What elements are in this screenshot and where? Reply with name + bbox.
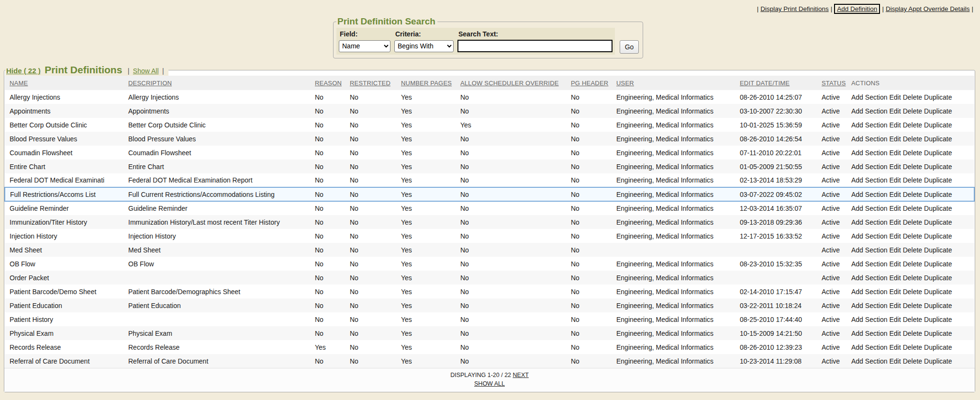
delete-action-link[interactable]: Delete [903,302,922,309]
duplicate-action-link[interactable]: Duplicate [924,121,952,129]
display-print-definitions-link[interactable]: Display Print Definitions [760,5,829,12]
add-section-action-link[interactable]: Add Section [851,163,888,171]
edit-action-link[interactable]: Edit [890,163,901,171]
delete-action-link[interactable]: Delete [903,343,922,351]
edit-action-link[interactable]: Edit [890,274,901,282]
delete-action-link[interactable]: Delete [903,218,922,226]
table-row[interactable]: Better Corp Outside ClinicBetter Corp Ou… [5,118,974,132]
add-section-action-link[interactable]: Add Section [851,330,888,337]
edit-action-link[interactable]: Edit [890,107,901,115]
table-row[interactable]: Referral of Care DocumentReferral of Car… [5,354,974,368]
table-row[interactable]: Blood Pressure ValuesBlood Pressure Valu… [5,132,974,146]
delete-action-link[interactable]: Delete [903,205,922,212]
duplicate-action-link[interactable]: Duplicate [924,135,952,143]
delete-action-link[interactable]: Delete [903,107,922,115]
add-definition-link[interactable]: Add Definition [837,5,877,12]
add-section-action-link[interactable]: Add Section [851,232,888,240]
delete-action-link[interactable]: Delete [903,316,922,323]
edit-action-link[interactable]: Edit [890,232,901,240]
delete-action-link[interactable]: Delete [903,163,922,171]
duplicate-action-link[interactable]: Duplicate [924,149,952,157]
column-header-status[interactable]: STATUS [822,80,846,87]
column-header-edit-date-time[interactable]: EDIT DATE/TIME [740,80,790,87]
field-select[interactable]: Name [339,40,390,52]
edit-action-link[interactable]: Edit [890,330,901,337]
add-section-action-link[interactable]: Add Section [851,357,888,365]
add-section-action-link[interactable]: Add Section [851,191,888,198]
delete-action-link[interactable]: Delete [903,93,922,101]
column-header-pg-header[interactable]: PG HEADER [571,80,608,87]
add-section-action-link[interactable]: Add Section [851,288,888,296]
edit-action-link[interactable]: Edit [890,93,901,101]
column-header-allow-scheduler-override[interactable]: ALLOW SCHEDULER OVERRIDE [460,80,559,87]
go-button[interactable]: Go [620,40,639,54]
duplicate-action-link[interactable]: Duplicate [924,343,952,351]
table-row[interactable]: Coumadin FlowsheetCoumadin FlowsheetNoNo… [5,146,974,160]
delete-action-link[interactable]: Delete [903,246,922,254]
delete-action-link[interactable]: Delete [903,149,922,157]
table-row[interactable]: Patient EducationPatient EducationNoNoYe… [5,298,974,312]
table-row[interactable]: Records ReleaseRecords ReleaseYesNoYesNo… [5,340,974,354]
delete-action-link[interactable]: Delete [903,288,922,296]
show-all-link[interactable]: Show All [133,67,159,75]
column-header-number-pages[interactable]: NUMBER PAGES [401,80,452,87]
table-row[interactable]: OB FlowOB FlowNoNoYesNoNoEngineering, Me… [5,257,974,271]
edit-action-link[interactable]: Edit [890,135,901,143]
add-section-action-link[interactable]: Add Section [851,107,888,115]
column-header-description[interactable]: DESCRIPTION [128,80,172,87]
delete-action-link[interactable]: Delete [903,330,922,337]
delete-action-link[interactable]: Delete [903,274,922,282]
duplicate-action-link[interactable]: Duplicate [924,316,952,323]
search-text-input[interactable] [457,40,612,52]
column-header-user[interactable]: USER [616,80,634,87]
add-section-action-link[interactable]: Add Section [851,316,888,323]
table-row[interactable]: Entire ChartEntire ChartNoNoYesNoNoEngin… [5,160,974,173]
table-row[interactable]: AppointmentsAppointmentsNoNoYesNoNoEngin… [5,104,974,118]
column-header-restricted[interactable]: RESTRICTED [350,80,390,87]
add-section-action-link[interactable]: Add Section [851,176,888,184]
edit-action-link[interactable]: Edit [890,149,901,157]
delete-action-link[interactable]: Delete [903,232,922,240]
duplicate-action-link[interactable]: Duplicate [924,107,952,115]
table-row[interactable]: Patient Barcode/Demo SheetPatient Barcod… [5,285,974,298]
table-row[interactable]: Med SheetMed SheetNoNoYesNoNoActiveAdd S… [5,243,974,257]
edit-action-link[interactable]: Edit [890,205,901,212]
add-section-action-link[interactable]: Add Section [851,218,888,226]
show-all-pagination-link[interactable]: SHOW ALL [474,380,505,387]
edit-action-link[interactable]: Edit [890,191,901,198]
delete-action-link[interactable]: Delete [903,191,922,198]
edit-action-link[interactable]: Edit [890,246,901,254]
delete-action-link[interactable]: Delete [903,121,922,129]
add-section-action-link[interactable]: Add Section [851,135,888,143]
duplicate-action-link[interactable]: Duplicate [924,176,952,184]
display-appt-override-details-link[interactable]: Display Appt Override Details [886,5,970,12]
add-section-action-link[interactable]: Add Section [851,246,888,254]
table-row[interactable]: Order PacketNoNoYesNoNoEngineering, Medi… [5,271,974,285]
duplicate-action-link[interactable]: Duplicate [924,260,952,268]
add-section-action-link[interactable]: Add Section [851,260,888,268]
edit-action-link[interactable]: Edit [890,121,901,129]
edit-action-link[interactable]: Edit [890,302,901,309]
table-row[interactable]: Injection HistoryInjection HistoryNoNoYe… [5,229,974,243]
hide-link[interactable]: Hide ( 22 ) [6,67,41,75]
column-header-name[interactable]: NAME [10,80,28,87]
add-section-action-link[interactable]: Add Section [851,302,888,309]
table-row[interactable]: Immunization/Titer HistoryImmunization H… [5,215,974,229]
duplicate-action-link[interactable]: Duplicate [924,163,952,171]
edit-action-link[interactable]: Edit [890,176,901,184]
column-header-reason[interactable]: REASON [315,80,342,87]
duplicate-action-link[interactable]: Duplicate [924,246,952,254]
edit-action-link[interactable]: Edit [890,218,901,226]
add-section-action-link[interactable]: Add Section [851,93,888,101]
edit-action-link[interactable]: Edit [890,357,901,365]
table-row[interactable]: Physical ExamPhysical ExamNoNoYesNoNoEng… [5,326,974,340]
duplicate-action-link[interactable]: Duplicate [924,302,952,309]
add-section-action-link[interactable]: Add Section [851,205,888,212]
add-section-action-link[interactable]: Add Section [851,274,888,282]
table-row[interactable]: Guideline ReminderGuideline ReminderNoNo… [5,201,974,215]
duplicate-action-link[interactable]: Duplicate [924,330,952,337]
duplicate-action-link[interactable]: Duplicate [924,191,952,198]
delete-action-link[interactable]: Delete [903,176,922,184]
criteria-select[interactable]: Begins With [394,40,454,52]
duplicate-action-link[interactable]: Duplicate [924,357,952,365]
